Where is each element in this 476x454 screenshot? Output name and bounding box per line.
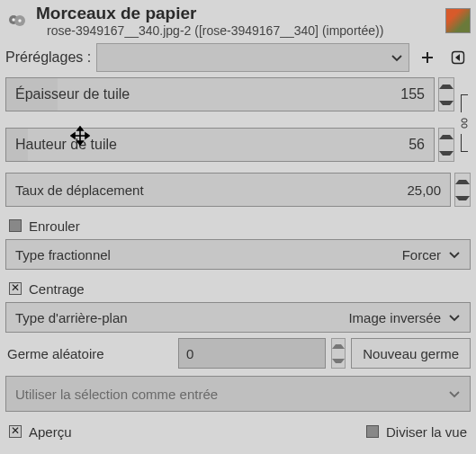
seed-row: Germe aléatoire 0 Nouveau germe [5,338,471,369]
chevron-down-icon [391,51,403,64]
tile-width-slider[interactable]: Épaisseur de tuile 155 [5,77,435,111]
link-chain-column[interactable] [458,77,471,169]
tile-width-value: 155 [400,86,425,102]
center-row: Centrage [5,275,471,302]
preview-checkbox[interactable] [9,425,22,438]
tile-height-spinner[interactable] [438,128,454,162]
svg-rect-5 [462,119,467,122]
input-selection-dropdown[interactable]: Utiliser la sélection comme entrée [5,376,471,412]
split-view-checkbox[interactable] [366,425,379,438]
preview-label: Aperçu [29,424,72,440]
wrap-row: Enrouler [5,212,471,239]
move-rate-spinner[interactable] [454,173,471,207]
move-rate-field[interactable]: Taux de déplacement 25,00 [5,173,451,207]
background-type-dropdown[interactable]: Type d'arrière-plan Image inversée [5,302,471,333]
fractional-type-label: Type fractionnel [15,247,111,263]
footer-row: Aperçu Diviser la vue [5,419,471,444]
tile-width-spinner[interactable] [438,77,454,111]
background-type-label: Type d'arrière-plan [15,310,128,325]
background-type-value: Image inversée [348,310,441,325]
tile-width-label: Épaisseur de tuile [15,86,130,102]
presets-combo[interactable] [96,43,409,72]
dialog-subtitle: rose-3949167__340.jpg-2 ([rose-3949167__… [47,23,438,38]
svg-rect-6 [462,124,467,128]
tile-width-row: Épaisseur de tuile 155 [5,77,454,111]
seed-input[interactable]: 0 [178,338,326,369]
wrap-checkbox[interactable] [9,219,22,232]
chevron-down-icon [448,387,461,400]
split-view-label: Diviser la vue [386,424,467,440]
new-seed-button[interactable]: Nouveau germe [351,338,471,369]
tile-height-label: Hauteur de tuile [15,137,117,153]
preset-menu-button[interactable] [445,45,471,70]
chevron-down-icon [448,248,461,261]
seed-spinner[interactable] [331,338,346,369]
triangle-left-icon [451,50,465,65]
svg-point-2 [12,18,14,21]
wrap-label: Enrouler [29,218,80,234]
plus-icon [420,50,435,65]
tile-height-value: 56 [409,137,425,153]
fractional-type-dropdown[interactable]: Type fractionnel Forcer [5,239,471,270]
center-label: Centrage [29,281,85,297]
seed-label: Germe aléatoire [5,346,173,361]
move-rate-row: Taux de déplacement 25,00 [5,173,471,207]
tile-height-slider[interactable]: Hauteur de tuile 56 [5,128,435,162]
center-checkbox[interactable] [9,282,22,295]
presets-label: Préréglages : [5,49,91,66]
dialog-header: Morceaux de papier rose-3949167__340.jpg… [5,4,471,38]
chain-icon [459,118,470,129]
fractional-type-value: Forcer [402,247,441,263]
image-thumbnail [445,8,471,33]
tile-height-row: Hauteur de tuile 56 [5,128,454,162]
move-rate-value: 25,00 [407,182,441,198]
move-rate-label: Taux de déplacement [15,182,144,198]
input-selection-label: Utiliser la sélection comme entrée [15,387,218,402]
svg-point-3 [18,19,21,22]
presets-row: Préréglages : [5,43,471,72]
dialog-title: Morceaux de papier [36,4,438,23]
preset-add-button[interactable] [415,45,440,70]
gimp-logo-icon [5,9,29,32]
chevron-down-icon [448,311,461,324]
